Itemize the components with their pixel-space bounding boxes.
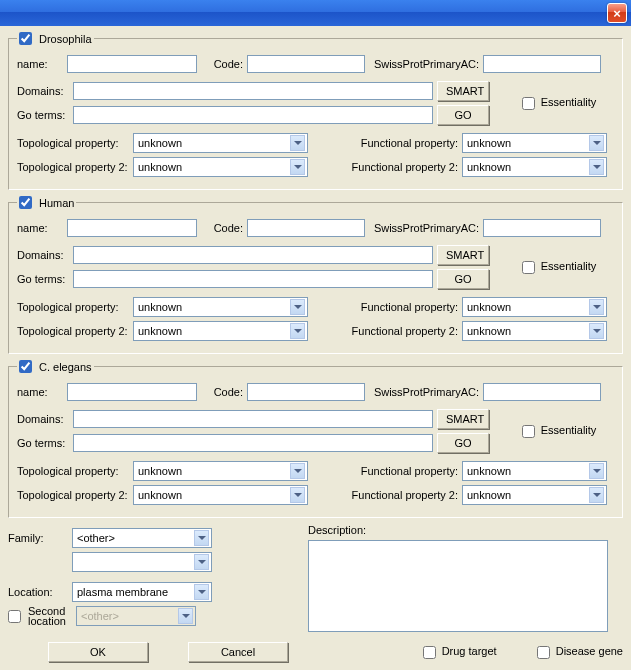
- chevron-down-icon: [290, 159, 305, 175]
- chevron-down-icon: [589, 323, 604, 339]
- organism-checkbox-human[interactable]: [19, 196, 32, 209]
- organism-checkbox-celegans[interactable]: [19, 360, 32, 373]
- chevron-down-icon: [589, 299, 604, 315]
- description-textarea[interactable]: [308, 540, 608, 632]
- swiss-input[interactable]: [483, 219, 601, 237]
- topo2-label: Topological property 2:: [17, 325, 129, 337]
- swiss-label: SwissProtPrimaryAC:: [369, 386, 479, 398]
- chevron-down-icon: [290, 299, 305, 315]
- code-input[interactable]: [247, 219, 365, 237]
- family-label: Family:: [8, 532, 68, 544]
- name-input[interactable]: [67, 55, 197, 73]
- essentiality-label: Essentiality: [541, 260, 597, 272]
- cancel-button[interactable]: Cancel: [188, 642, 288, 662]
- location-select[interactable]: plasma membrane: [72, 582, 212, 602]
- smart-button[interactable]: SMART: [437, 245, 489, 265]
- name-label: name:: [17, 222, 63, 234]
- swiss-input[interactable]: [483, 55, 601, 73]
- topo2-label: Topological property 2:: [17, 489, 129, 501]
- topo2-select[interactable]: unknown: [133, 157, 308, 177]
- domains-input[interactable]: [73, 246, 433, 264]
- chevron-down-icon: [290, 135, 305, 151]
- drug-target-checkbox[interactable]: [423, 646, 436, 659]
- essentiality-checkbox[interactable]: [522, 261, 535, 274]
- topo1-label: Topological property:: [17, 301, 129, 313]
- chevron-down-icon: [589, 487, 604, 503]
- close-icon: ×: [613, 6, 621, 21]
- domains-input[interactable]: [73, 410, 433, 428]
- essentiality-option[interactable]: Essentiality: [522, 96, 597, 110]
- domains-input[interactable]: [73, 82, 433, 100]
- name-label: name:: [17, 386, 63, 398]
- func1-select[interactable]: unknown: [462, 297, 607, 317]
- chevron-down-icon: [194, 584, 209, 600]
- drug-target-option[interactable]: Drug target: [423, 645, 497, 659]
- second-location-label: Secondlocation: [28, 606, 72, 626]
- name-input[interactable]: [67, 383, 197, 401]
- essentiality-checkbox[interactable]: [522, 97, 535, 110]
- swiss-input[interactable]: [483, 383, 601, 401]
- chevron-down-icon: [194, 530, 209, 546]
- ok-button[interactable]: OK: [48, 642, 148, 662]
- name-input[interactable]: [67, 219, 197, 237]
- chevron-down-icon: [290, 323, 305, 339]
- code-input[interactable]: [247, 383, 365, 401]
- topo2-select[interactable]: unknown: [133, 321, 308, 341]
- smart-button[interactable]: SMART: [437, 81, 489, 101]
- topo1-select[interactable]: unknown: [133, 297, 308, 317]
- disease-gene-checkbox[interactable]: [537, 646, 550, 659]
- essentiality-option[interactable]: Essentiality: [522, 424, 597, 438]
- code-label: Code:: [201, 58, 243, 70]
- chevron-down-icon: [290, 463, 305, 479]
- func1-select[interactable]: unknown: [462, 461, 607, 481]
- func2-select[interactable]: unknown: [462, 157, 607, 177]
- organism-checkbox-drosophila[interactable]: [19, 32, 32, 45]
- func1-label: Functional property:: [346, 301, 458, 313]
- go-button[interactable]: GO: [437, 433, 489, 453]
- disease-gene-label: Disease gene: [556, 645, 623, 657]
- family2-select[interactable]: [72, 552, 212, 572]
- code-label: Code:: [201, 386, 243, 398]
- organism-group-celegans: C. elegans name: Code: SwissProtPrimaryA…: [8, 360, 623, 518]
- close-button[interactable]: ×: [607, 3, 627, 23]
- essentiality-checkbox[interactable]: [522, 425, 535, 438]
- organism-title: C. elegans: [39, 361, 92, 373]
- topo2-select[interactable]: unknown: [133, 485, 308, 505]
- goterms-input[interactable]: [73, 270, 433, 288]
- func2-select[interactable]: unknown: [462, 321, 607, 341]
- topo2-label: Topological property 2:: [17, 161, 129, 173]
- location-label: Location:: [8, 586, 68, 598]
- func2-select[interactable]: unknown: [462, 485, 607, 505]
- domains-label: Domains:: [17, 85, 69, 97]
- goterms-label: Go terms:: [17, 437, 69, 449]
- goterms-input[interactable]: [73, 106, 433, 124]
- go-button[interactable]: GO: [437, 105, 489, 125]
- second-location-select[interactable]: <other>: [76, 606, 196, 626]
- go-button[interactable]: GO: [437, 269, 489, 289]
- func2-label: Functional property 2:: [346, 325, 458, 337]
- domains-label: Domains:: [17, 413, 69, 425]
- smart-button[interactable]: SMART: [437, 409, 489, 429]
- topo1-label: Topological property:: [17, 465, 129, 477]
- func1-select[interactable]: unknown: [462, 133, 607, 153]
- func1-label: Functional property:: [346, 137, 458, 149]
- essentiality-option[interactable]: Essentiality: [522, 260, 597, 274]
- chevron-down-icon: [178, 608, 193, 624]
- chevron-down-icon: [194, 554, 209, 570]
- topo1-select[interactable]: unknown: [133, 133, 308, 153]
- func2-label: Functional property 2:: [346, 489, 458, 501]
- titlebar: ×: [0, 0, 631, 26]
- code-label: Code:: [201, 222, 243, 234]
- topo1-select[interactable]: unknown: [133, 461, 308, 481]
- second-location-checkbox[interactable]: [8, 610, 21, 623]
- code-input[interactable]: [247, 55, 365, 73]
- family-select[interactable]: <other>: [72, 528, 212, 548]
- dialog-content: Drosophila name: Code: SwissProtPrimaryA…: [0, 26, 631, 668]
- disease-gene-option[interactable]: Disease gene: [537, 645, 623, 659]
- description-label: Description:: [308, 524, 623, 536]
- essentiality-label: Essentiality: [541, 424, 597, 436]
- name-label: name:: [17, 58, 63, 70]
- goterms-input[interactable]: [73, 434, 433, 452]
- chevron-down-icon: [589, 135, 604, 151]
- chevron-down-icon: [290, 487, 305, 503]
